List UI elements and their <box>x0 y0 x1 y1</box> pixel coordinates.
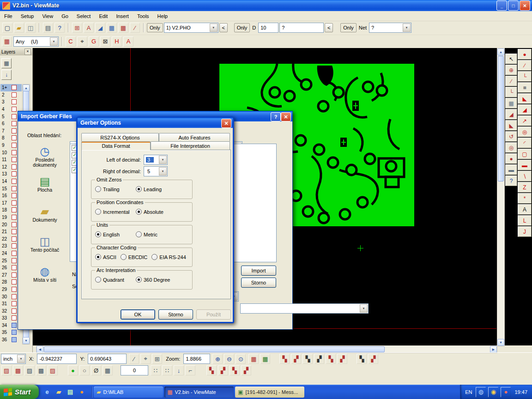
layer-color-swatch[interactable] <box>12 301 17 306</box>
task-button-191-482-091-mess[interactable]: ▣[191-482-091] - Mess... <box>235 387 304 398</box>
vertical-scrollbar-thumb[interactable] <box>498 56 504 181</box>
layer-color-swatch[interactable] <box>12 121 17 126</box>
radio-ebcdic[interactable]: EBCDIC <box>121 254 148 260</box>
zoom-window-icon[interactable]: ⊙ <box>235 353 246 364</box>
file-type-combo[interactable]: ▼ <box>240 303 369 314</box>
place-tento-po-ta[interactable]: ◫Tento počítač <box>23 236 67 263</box>
pattern-icon-5[interactable]: ▚ <box>325 353 336 364</box>
anchor-icon[interactable]: ⌐ <box>185 365 196 376</box>
place-dokumenty[interactable]: ▰Dokumenty <box>23 206 67 233</box>
horizontal-scrollbar-thumb[interactable] <box>44 346 385 352</box>
layer-color-swatch[interactable] <box>12 207 17 212</box>
point-tool-icon[interactable]: ● <box>518 49 532 60</box>
radio-metric[interactable]: Metric <box>136 231 157 237</box>
ie-icon[interactable]: e <box>42 387 52 397</box>
layer-color-swatch[interactable] <box>12 99 17 104</box>
rotate-icon[interactable]: ↺ <box>505 131 517 142</box>
pad-grid-icon[interactable]: ▦ <box>118 22 129 33</box>
highlight-c-icon[interactable]: C <box>65 36 76 47</box>
pattern-icon-3[interactable]: ▚ <box>302 353 313 364</box>
close-icon[interactable]: × <box>24 48 31 55</box>
radio-ascii[interactable]: ASCII <box>95 254 116 260</box>
menu-view[interactable]: View <box>38 12 57 20</box>
menu-select[interactable]: Select <box>73 12 95 20</box>
grid-red-icon[interactable]: ▦ <box>248 353 259 364</box>
slope-icon[interactable]: ◢ <box>505 109 517 120</box>
layer-color-swatch[interactable] <box>12 186 17 191</box>
menu-edit[interactable]: Edit <box>95 12 112 20</box>
line-tool-icon[interactable]: ∕ <box>518 60 532 71</box>
dot-grid-icon-1[interactable]: ∷ <box>150 365 161 376</box>
menu-help[interactable]: Help <box>153 12 172 20</box>
open-folder-icon[interactable]: ▰ <box>13 22 24 33</box>
layer-color-swatch[interactable] <box>12 229 17 234</box>
layer-color-swatch[interactable] <box>12 150 17 155</box>
layer-color-swatch[interactable] <box>12 243 17 248</box>
tab-file-interpretation[interactable]: File Interpretation <box>151 141 230 150</box>
layer-color-swatch[interactable] <box>12 330 17 335</box>
dot-grid-icon-2[interactable]: ∷ <box>162 365 173 376</box>
scroll-right-icon[interactable]: ▶ <box>490 346 497 353</box>
radio-quadrant[interactable]: Quadrant <box>95 277 136 283</box>
ok-button[interactable]: OK <box>121 309 155 320</box>
maximize-button[interactable]: □ <box>508 0 519 11</box>
layer-color-swatch[interactable] <box>12 222 17 227</box>
layer-color-swatch[interactable] <box>12 308 17 314</box>
layer-color-swatch[interactable] <box>12 294 17 299</box>
chevron-down-icon[interactable]: ▼ <box>210 24 218 32</box>
trace-mode-icon[interactable]: ◢ <box>95 22 106 33</box>
only-dcode-toggle[interactable]: Only <box>234 23 250 32</box>
fill-icon[interactable]: ▦ <box>505 98 517 109</box>
radio-leading[interactable]: Leading <box>136 186 162 192</box>
crosshair-icon[interactable]: ⊕ <box>505 65 517 75</box>
start-button[interactable]: Start <box>0 385 39 399</box>
grid-snap-icon[interactable]: ▦ <box>106 22 117 33</box>
layer-row[interactable]: 3 <box>0 98 22 106</box>
text-tool-icon[interactable]: A <box>518 204 532 215</box>
checker-icon-2[interactable]: ▞ <box>218 365 229 376</box>
print-icon[interactable]: ▤ <box>42 22 54 33</box>
highlight-h-icon[interactable]: H <box>111 36 122 47</box>
dcode-input[interactable]: 10 <box>258 23 278 33</box>
layer-color-swatch[interactable] <box>12 135 17 140</box>
layer-color-swatch[interactable] <box>12 171 17 176</box>
mirror-tool-icon[interactable]: ◢ <box>518 104 532 115</box>
layer-color-swatch[interactable] <box>12 287 17 292</box>
close-button[interactable]: ✕ <box>221 119 231 128</box>
place-posledn-dokumenty[interactable]: ◷Poslední dokumenty <box>23 145 67 173</box>
query-icon[interactable]: ? <box>505 175 517 186</box>
layer-color-swatch[interactable] <box>12 272 17 278</box>
folder-quick-icon[interactable]: ▰ <box>54 387 63 397</box>
vertical-scrollbar[interactable]: ▲ ▼ <box>497 48 505 346</box>
menu-file[interactable]: File <box>0 12 17 20</box>
tray-update-icon[interactable]: ◉ <box>488 387 499 398</box>
place-m-sta-v-s-ti[interactable]: ◍Místa v síti <box>23 266 67 293</box>
layer-row[interactable]: 35 <box>0 329 22 336</box>
highlight-g-icon[interactable]: G <box>88 36 99 47</box>
minimize-button[interactable]: _ <box>496 0 507 11</box>
layer-color-swatch[interactable] <box>12 143 17 148</box>
diameter-tool-icon[interactable]: Ø <box>91 365 102 376</box>
mirror-icon[interactable]: ◣ <box>505 120 517 131</box>
layer-row[interactable]: 2 <box>0 91 22 99</box>
pattern-icon-8[interactable]: ▞ <box>368 353 379 364</box>
close-button[interactable]: ✕ <box>520 0 530 11</box>
menu-insert[interactable]: Insert <box>112 12 133 20</box>
radio-absolute[interactable]: Absolute <box>136 209 163 215</box>
circle-icon[interactable]: ◎ <box>505 142 517 153</box>
underline-tool-icon[interactable]: L <box>518 215 532 226</box>
tab-data-format[interactable]: Data Format <box>81 141 151 150</box>
layers-panel-header[interactable]: Layers × <box>0 48 32 55</box>
menu-go[interactable]: Go <box>57 12 73 20</box>
menu-setup[interactable]: Setup <box>17 12 38 20</box>
checker-icon-3[interactable]: ▚ <box>229 365 240 376</box>
chevron-down-icon[interactable]: ▼ <box>360 304 368 313</box>
help-button[interactable]: ? <box>271 112 281 121</box>
triangle-tool-icon[interactable]: ◣ <box>518 93 532 104</box>
selection-grid-icon[interactable]: ▦ <box>1 36 12 47</box>
layer-pattern-icon-2[interactable]: ▩ <box>12 365 24 376</box>
radio-eia-rs-244[interactable]: EIA RS-244 <box>151 254 186 260</box>
close-button[interactable]: ✕ <box>281 112 291 121</box>
elbow-icon[interactable]: └ <box>505 87 517 97</box>
diagonal-tool-icon[interactable]: ∖ <box>518 171 532 181</box>
